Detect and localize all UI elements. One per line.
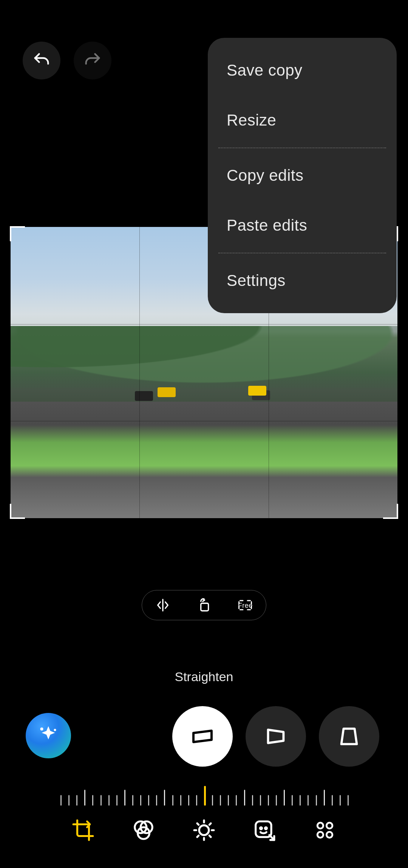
rotate-90-button[interactable]: [191, 592, 217, 618]
svg-line-14: [209, 823, 211, 825]
more-apps-icon: [314, 819, 336, 841]
perspective-vertical-icon: [336, 723, 362, 750]
perspective-horizontal-icon: [263, 723, 289, 750]
svg-point-16: [260, 827, 262, 829]
menu-item-paste-edits[interactable]: Paste edits: [208, 200, 397, 250]
crop-handle-bl[interactable]: [10, 504, 25, 519]
flip-horizontal-button[interactable]: [150, 592, 176, 618]
ruler-tick: [204, 786, 206, 806]
ruler-tick: [84, 790, 85, 806]
transform-modes-row: [0, 698, 408, 766]
menu-separator: [218, 148, 386, 148]
mode-perspective-h-button[interactable]: [246, 706, 306, 767]
rotate-icon: [196, 598, 212, 613]
ruler-tick: [124, 790, 125, 806]
crop-grid-line: [11, 324, 397, 325]
sparkle-icon: [37, 724, 60, 747]
aspect-ratio-label: Free: [238, 602, 253, 610]
straighten-icon: [189, 723, 216, 750]
svg-point-18: [317, 823, 323, 828]
redo-icon: [83, 51, 102, 70]
svg-point-20: [317, 832, 323, 837]
filters-icon: [132, 818, 155, 842]
nav-crop[interactable]: [70, 817, 96, 843]
crop-icon: [71, 818, 95, 842]
ruler-tick: [244, 790, 245, 806]
svg-point-17: [265, 827, 267, 829]
redo-button[interactable]: [74, 42, 111, 79]
nav-adjust[interactable]: [191, 817, 217, 843]
crop-handle-br[interactable]: [383, 504, 398, 519]
aspect-ratio-button[interactable]: Free: [232, 592, 258, 618]
svg-line-12: [209, 835, 211, 837]
svg-point-19: [326, 823, 332, 828]
transform-mode-label: Straighten: [0, 669, 408, 684]
ai-enhance-button[interactable]: [26, 713, 71, 758]
svg-point-2: [54, 729, 56, 731]
menu-item-resize[interactable]: Resize: [208, 95, 397, 145]
svg-point-6: [199, 825, 209, 835]
mode-straighten-button[interactable]: [172, 706, 233, 767]
ruler-tick: [324, 790, 325, 806]
crop-grid-line: [11, 421, 397, 421]
nav-markup[interactable]: [251, 817, 278, 843]
menu-item-settings[interactable]: Settings: [208, 256, 397, 306]
markup-icon: [253, 818, 276, 842]
editor-bottom-nav: [0, 804, 408, 857]
svg-point-1: [40, 728, 43, 731]
crop-grid-line: [139, 227, 140, 518]
svg-point-21: [326, 832, 332, 837]
adjust-icon: [192, 818, 216, 842]
svg-line-11: [197, 823, 199, 825]
svg-line-13: [197, 835, 199, 837]
ruler-tick: [164, 790, 165, 806]
nav-filters[interactable]: [130, 817, 157, 843]
crop-handle-tl[interactable]: [10, 226, 25, 241]
menu-item-copy-edits[interactable]: Copy edits: [208, 151, 397, 200]
menu-separator: [218, 253, 386, 253]
undo-button[interactable]: [23, 42, 60, 79]
ruler-tick: [284, 790, 285, 806]
menu-item-save-copy[interactable]: Save copy: [208, 45, 397, 95]
undo-icon: [32, 51, 51, 70]
nav-more[interactable]: [312, 817, 338, 843]
flip-horizontal-icon: [155, 598, 170, 613]
svg-rect-0: [201, 603, 209, 611]
overflow-menu: Save copy Resize Copy edits Paste edits …: [208, 38, 397, 313]
crop-quick-actions: Free: [142, 590, 266, 620]
mode-perspective-v-button[interactable]: [319, 706, 379, 767]
